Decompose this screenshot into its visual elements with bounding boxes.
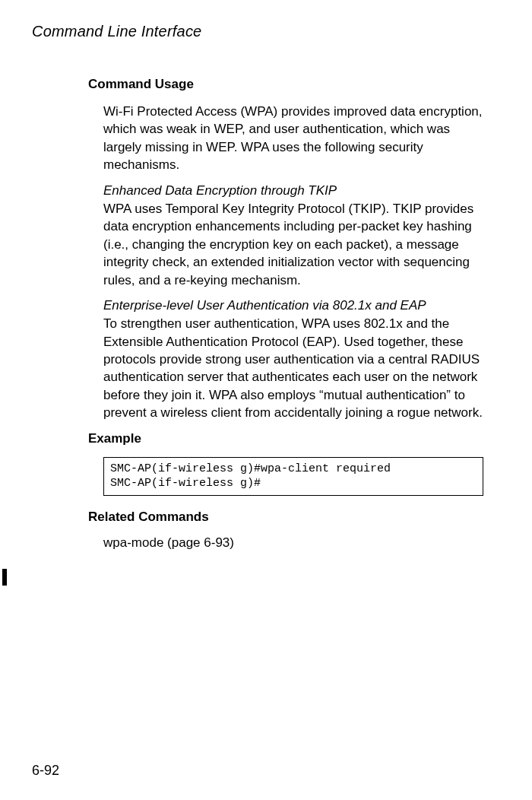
command-usage-intro: Wi-Fi Protected Access (WPA) provides im…: [88, 103, 483, 174]
example-heading: Example: [88, 431, 483, 446]
related-commands-heading: Related Commands: [88, 510, 483, 525]
related-commands-text: wpa-mode (page 6-93): [88, 535, 483, 551]
command-usage-heading: Command Usage: [88, 77, 483, 92]
page-number: 6-92: [32, 763, 59, 779]
example-code-block: SMC-AP(if-wireless g)#wpa-client require…: [103, 457, 483, 496]
tkip-subheading: Enhanced Data Encryption through TKIP: [88, 183, 483, 198]
eap-body: To strengthen user authentication, WPA u…: [88, 315, 483, 422]
page-header-title: Command Line Interface: [32, 23, 500, 40]
tkip-body: WPA uses Temporal Key Integrity Protocol…: [88, 200, 483, 289]
content-area: Command Usage Wi-Fi Protected Access (WP…: [32, 77, 500, 551]
change-bar-icon: [2, 569, 7, 586]
eap-subheading: Enterprise-level User Authentication via…: [88, 298, 483, 313]
